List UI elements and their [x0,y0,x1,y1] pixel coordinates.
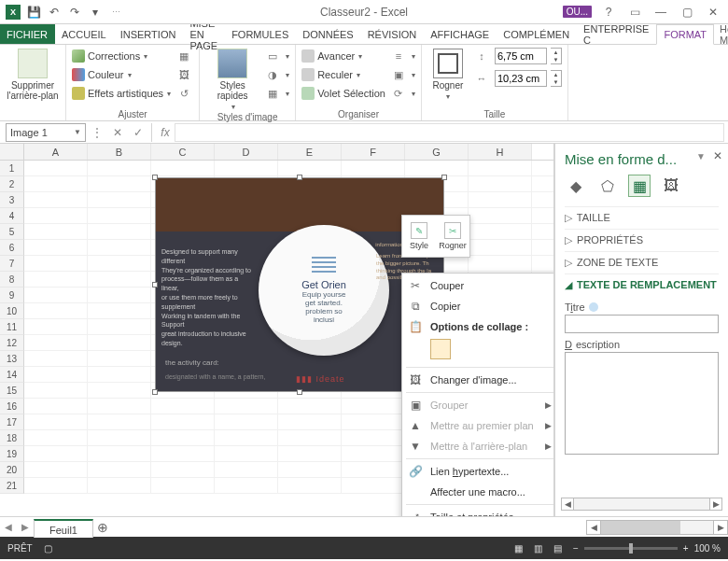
col-header[interactable]: H [469,144,532,160]
tab-format[interactable]: FORMAT [656,24,714,45]
col-header[interactable]: C [151,144,215,160]
redo-icon[interactable]: ↷ [67,5,82,20]
row-header[interactable]: 6 [0,240,24,256]
row-header[interactable]: 9 [0,288,24,303]
hscroll-track[interactable] [601,520,713,535]
close-icon[interactable]: ✕ [704,3,722,21]
picture-styles-button[interactable]: Styles rapides▾ [205,47,259,112]
row-header[interactable]: 1 [0,161,24,176]
paste-option-button[interactable] [430,339,451,359]
row-header[interactable]: 3 [0,192,24,208]
color-button[interactable]: Couleur▾ [72,65,171,84]
scroll-left-icon[interactable]: ◀ [561,498,574,511]
section-alt-text[interactable]: ◢ TEXTE DE REMPLACEMENT [565,273,719,296]
col-header[interactable]: D [215,144,278,160]
row-header[interactable]: 11 [0,319,24,335]
info-icon[interactable] [589,302,598,312]
pane-menu-icon[interactable]: ▼ [696,151,706,161]
ribbon-display-icon[interactable]: ▭ [625,3,644,21]
send-backward-button[interactable]: Reculer▾ [301,65,385,84]
tab-page-layout[interactable]: MISE EN PAGE [183,24,225,44]
tab-review[interactable]: RÉVISION [361,24,425,44]
width-input[interactable]: ↔ ▲▼ [472,69,562,88]
save-icon[interactable]: 💾 [26,5,41,20]
menu-cut[interactable]: ✂Couper [402,275,554,296]
remove-background-button[interactable]: Supprimer l'arrière-plan [6,47,60,101]
tab-insert[interactable]: INSERTION [114,24,184,44]
group-icon[interactable]: ▣ [389,65,408,84]
hscroll-left[interactable]: ◀ [586,520,601,535]
picture-border-icon[interactable]: ▭ [263,47,282,65]
hscroll-right[interactable]: ▶ [713,520,728,535]
col-header[interactable]: G [405,144,469,160]
cancel-icon[interactable]: ✕ [108,126,127,139]
tab-file[interactable]: FICHIER [0,24,55,44]
row-header[interactable]: 12 [0,335,24,351]
row-header[interactable]: 2 [0,176,24,192]
qat-more-icon[interactable]: ⋯ [108,5,123,20]
reset-picture-icon[interactable]: ↺ [175,84,193,103]
tab-home[interactable]: ACCUEIL [55,24,114,44]
row-header[interactable]: 14 [0,367,24,383]
select-all-corner[interactable] [0,144,24,160]
tab-formulas[interactable]: FORMULES [225,24,296,44]
minimize-icon[interactable]: — [651,3,670,21]
view-break-icon[interactable]: ▤ [553,543,562,554]
alt-title-input[interactable] [565,315,719,333]
row-header[interactable]: 13 [0,351,24,367]
row-header[interactable]: 15 [0,383,24,399]
tab-data[interactable]: DONNÉES [296,24,360,44]
sheet-tab[interactable]: Feuil1 [34,519,93,538]
col-header[interactable]: F [342,144,405,160]
zoom-in-icon[interactable]: + [683,543,689,554]
size-properties-icon[interactable]: ▦ [628,175,651,197]
section-size[interactable]: ▷ TAILLE [565,206,719,229]
menu-change-image[interactable]: 🖼Changer d'image... [402,370,554,390]
row-header[interactable]: 19 [0,446,24,462]
dots-icon[interactable]: ⋮ [88,126,106,139]
menu-hyperlink[interactable]: 🔗Lien hypertexte... [402,461,554,482]
artistic-effects-button[interactable]: Effets artistiques▾ [72,84,171,103]
menu-assign-macro[interactable]: Affecter une macro... [402,482,554,502]
pane-h-scroll[interactable]: ◀ ▶ [561,498,722,511]
fill-line-icon[interactable]: ◆ [565,175,587,197]
col-header[interactable]: E [278,144,342,160]
name-box[interactable]: Image 1▼ [6,123,86,142]
new-sheet-button[interactable]: ⊕ [93,520,112,535]
compress-pictures-icon[interactable]: ▦ [175,47,193,65]
mini-style-button[interactable]: ✎ Style [402,216,436,257]
tab-nav-next[interactable]: ▶ [17,522,34,532]
help-icon[interactable]: ? [599,3,618,21]
tab-view[interactable]: AFFICHAGE [424,24,497,44]
alt-desc-input[interactable] [565,352,719,455]
undo-icon[interactable]: ↶ [47,5,62,20]
menu-copy[interactable]: ⧉Copier [402,296,554,316]
menu-size-properties[interactable]: ⤢Taille et propriétés... [402,507,554,516]
corrections-button[interactable]: Corrections▾ [72,47,171,65]
hscroll-thumb[interactable] [601,521,680,534]
user-menu[interactable]: Holly Mor... ▼ [714,24,728,44]
zoom-slider[interactable] [584,547,678,550]
picture-icon[interactable]: 🖼 [660,175,682,197]
selection-pane-button[interactable]: Volet Sélection [301,84,385,103]
zoom-out-icon[interactable]: − [573,543,579,554]
view-normal-icon[interactable]: ▦ [514,543,523,554]
row-header[interactable]: 17 [0,414,24,430]
change-picture-icon[interactable]: 🖼 [175,65,193,84]
effects-icon[interactable]: ⬠ [596,175,619,197]
width-spinner[interactable]: ▲▼ [551,70,562,87]
col-header[interactable]: A [24,144,88,160]
rotate-icon[interactable]: ⟳ [389,84,408,103]
fx-icon[interactable]: fx [156,126,175,139]
section-properties[interactable]: ▷ PROPRIÉTÉS [565,229,719,251]
tab-addins[interactable]: COMPLÉMEN [497,24,577,44]
row-header[interactable]: 8 [0,272,24,288]
picture-effects-icon[interactable]: ◑ [263,65,282,84]
pane-close-icon[interactable]: ✕ [713,149,722,162]
row-header[interactable]: 20 [0,462,24,478]
align-icon[interactable]: ≡ [389,47,408,65]
row-header[interactable]: 4 [0,208,24,224]
maximize-icon[interactable]: ▢ [678,3,696,21]
row-header[interactable]: 10 [0,303,24,319]
row-header[interactable]: 21 [0,478,24,494]
